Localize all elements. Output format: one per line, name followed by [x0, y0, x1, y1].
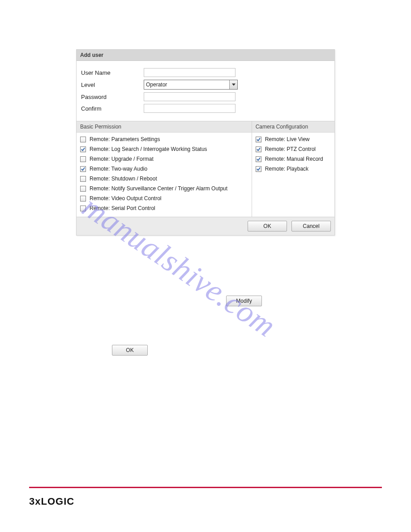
checkbox[interactable]: [80, 206, 86, 211]
permission-item: Remote: Log Search / Interrogate Working…: [79, 144, 249, 154]
username-label: User Name: [81, 69, 144, 76]
row-level: Level Operator: [81, 80, 330, 90]
permission-label: Remote: Serial Port Control: [90, 205, 155, 211]
add-user-dialog: Add user User Name Level Operator Passwo…: [76, 49, 335, 236]
permission-item: Remote: Live View: [255, 134, 332, 144]
brand-logo: 3xLOGIC: [29, 496, 74, 507]
checkbox[interactable]: [80, 156, 86, 162]
password-input[interactable]: [144, 92, 235, 101]
basic-permission-column: Basic Permission Remote: Parameters Sett…: [77, 121, 252, 217]
brand-x: x: [35, 496, 41, 507]
chevron-down-icon: [229, 80, 237, 89]
svg-marker-0: [232, 84, 235, 86]
permission-label: Remote: Log Search / Interrogate Working…: [90, 146, 207, 152]
brand-suffix: LOGIC: [41, 496, 75, 507]
permission-item: Remote: Video Output Control: [79, 193, 249, 203]
basic-permission-header: Basic Permission: [77, 121, 252, 133]
permission-label: Remote: Video Output Control: [90, 195, 162, 202]
permission-item: Remote: Two-way Audio: [79, 164, 249, 174]
camera-config-header: Camera Configuration: [252, 121, 334, 133]
row-username: User Name: [81, 68, 330, 77]
checkbox[interactable]: [80, 146, 86, 152]
username-input[interactable]: [144, 68, 235, 77]
footer-divider: [29, 487, 382, 488]
row-confirm: Confirm: [81, 104, 330, 113]
checkbox[interactable]: [256, 137, 261, 142]
permission-label: Remote: Two-way Audio: [90, 166, 147, 172]
form-area: User Name Level Operator Password Confir…: [77, 61, 334, 121]
permission-item: Remote: Shutdown / Reboot: [79, 174, 249, 184]
ok-button[interactable]: OK: [248, 221, 287, 232]
checkbox[interactable]: [80, 166, 86, 172]
modify-button[interactable]: Modify: [226, 296, 262, 306]
level-select[interactable]: Operator: [144, 80, 238, 90]
checkbox[interactable]: [80, 137, 86, 142]
permission-item: Remote: Serial Port Control: [79, 203, 249, 213]
dialog-title: Add user: [77, 50, 334, 61]
permission-item: Remote: Playback: [255, 164, 332, 174]
confirm-input[interactable]: [144, 104, 235, 113]
permission-item: Remote: PTZ Control: [255, 144, 332, 154]
permissions-grid: Basic Permission Remote: Parameters Sett…: [77, 121, 334, 217]
dialog-button-bar: OK Cancel: [77, 217, 334, 235]
checkbox[interactable]: [256, 146, 261, 152]
permission-item: Remote: Notify Surveillance Center / Tri…: [79, 184, 249, 193]
permission-label: Remote: Upgrade / Format: [90, 156, 154, 162]
permission-label: Remote: Shutdown / Reboot: [90, 176, 157, 182]
brand-prefix: 3: [29, 496, 35, 507]
password-label: Password: [81, 94, 144, 100]
checkbox[interactable]: [256, 166, 261, 172]
checkbox[interactable]: [80, 196, 86, 202]
level-value: Operator: [144, 82, 229, 88]
cancel-button[interactable]: Cancel: [291, 221, 331, 232]
permission-label: Remote: Manual Record: [265, 156, 323, 162]
permission-label: Remote: PTZ Control: [265, 146, 316, 152]
confirm-label: Confirm: [81, 105, 144, 112]
checkbox[interactable]: [256, 156, 261, 162]
permission-item: Remote: Upgrade / Format: [79, 154, 249, 164]
camera-config-column: Camera Configuration Remote: Live ViewRe…: [252, 121, 334, 217]
permission-label: Remote: Parameters Settings: [90, 136, 160, 142]
permission-label: Remote: Playback: [265, 166, 308, 172]
permission-label: Remote: Notify Surveillance Center / Tri…: [90, 185, 227, 192]
level-label: Level: [81, 82, 144, 88]
basic-permission-list: Remote: Parameters SettingsRemote: Log S…: [77, 133, 252, 217]
checkbox[interactable]: [80, 186, 86, 192]
ok-button-standalone[interactable]: OK: [112, 345, 148, 356]
checkbox[interactable]: [80, 176, 86, 182]
permission-item: Remote: Manual Record: [255, 154, 332, 164]
camera-config-list: Remote: Live ViewRemote: PTZ ControlRemo…: [252, 133, 334, 177]
permission-label: Remote: Live View: [265, 136, 310, 142]
row-password: Password: [81, 92, 330, 101]
permission-item: Remote: Parameters Settings: [79, 134, 249, 144]
